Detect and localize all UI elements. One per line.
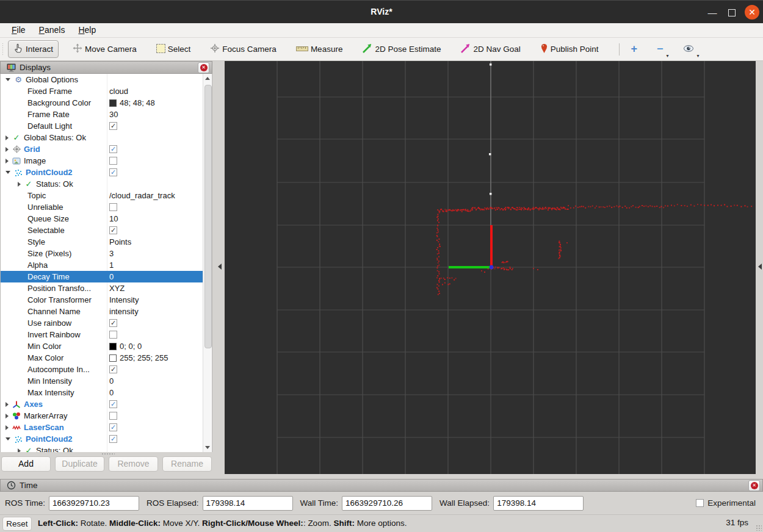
property-value[interactable]: /cloud_radar_track bbox=[109, 191, 175, 200]
reset-button[interactable]: Reset bbox=[2, 517, 32, 531]
collapse-arrow-icon[interactable] bbox=[5, 437, 10, 440]
displays-scrollbar[interactable] bbox=[203, 74, 211, 452]
duplicate-button[interactable]: Duplicate bbox=[55, 456, 104, 472]
tree-resize-grip[interactable] bbox=[101, 453, 115, 455]
checkbox[interactable]: ✓ bbox=[109, 122, 117, 130]
checkbox[interactable] bbox=[109, 412, 117, 420]
checkbox[interactable]: ✓ bbox=[109, 365, 117, 373]
dropdown-caret-icon[interactable]: ▾ bbox=[697, 53, 700, 59]
tree-row[interactable]: Queue Size10 bbox=[1, 213, 203, 225]
tree-row[interactable]: Frame Rate30 bbox=[1, 109, 203, 120]
tool-publish-point[interactable]: Publish Point bbox=[535, 40, 604, 59]
tree-row[interactable]: Background Color48; 48; 48 bbox=[1, 97, 203, 109]
property-value[interactable]: Intensity bbox=[109, 295, 139, 304]
tree-row[interactable]: Size (Pixels)3 bbox=[1, 248, 203, 259]
splitter-left-arrow[interactable] bbox=[218, 264, 222, 270]
scroll-up-button[interactable] bbox=[204, 74, 211, 82]
color-swatch[interactable] bbox=[109, 354, 117, 362]
expand-arrow-icon[interactable] bbox=[18, 448, 21, 453]
scroll-down-button[interactable] bbox=[204, 444, 211, 451]
tool-add-tool[interactable]: + bbox=[626, 41, 643, 57]
displays-close-button[interactable]: ✕ bbox=[198, 62, 209, 73]
color-swatch[interactable] bbox=[109, 99, 117, 107]
collapse-arrow-icon[interactable] bbox=[5, 78, 10, 81]
checkbox[interactable]: ✓ bbox=[109, 423, 117, 431]
maximize-button[interactable] bbox=[725, 6, 739, 20]
3d-viewport[interactable] bbox=[225, 61, 756, 474]
dropdown-caret-icon[interactable]: ▾ bbox=[667, 53, 669, 59]
checkbox[interactable]: ✓ bbox=[109, 400, 117, 408]
tree-row[interactable]: Grid✓ bbox=[1, 143, 203, 155]
minimize-button[interactable]: ― bbox=[706, 6, 719, 20]
checkbox[interactable] bbox=[109, 331, 117, 339]
tree-row[interactable]: Invert Rainbow bbox=[1, 329, 203, 340]
tree-row[interactable]: LaserScan✓ bbox=[1, 422, 203, 433]
tree-row[interactable]: Decay Time0 bbox=[1, 271, 203, 282]
tree-row[interactable]: PointCloud2✓ bbox=[1, 433, 203, 445]
tool-measure[interactable]: Measure bbox=[291, 41, 349, 57]
time-close-button[interactable]: ✕ bbox=[748, 480, 760, 491]
checkbox[interactable]: ✓ bbox=[109, 319, 117, 327]
property-value[interactable]: 0 bbox=[109, 388, 114, 397]
tree-row[interactable]: Min Intensity0 bbox=[1, 375, 203, 387]
tool-2d-pose-estimate[interactable]: 2D Pose Estimate bbox=[356, 40, 446, 59]
color-swatch[interactable] bbox=[109, 343, 117, 350]
toolbar-drag-handle[interactable] bbox=[2, 43, 4, 56]
ros-elapsed-input[interactable] bbox=[203, 496, 293, 511]
add-button[interactable]: Add bbox=[1, 456, 51, 472]
wall-elapsed-input[interactable] bbox=[493, 496, 584, 511]
tool-views[interactable]: ▾ bbox=[678, 41, 700, 57]
expand-arrow-icon[interactable] bbox=[18, 182, 21, 187]
tree-row[interactable]: StylePoints bbox=[1, 236, 203, 248]
tree-row[interactable]: Max Intensity0 bbox=[1, 387, 203, 398]
tree-row[interactable]: PointCloud2✓ bbox=[1, 167, 203, 178]
splitter-right-arrow[interactable] bbox=[758, 264, 762, 270]
tree-row[interactable]: Topic/cloud_radar_track bbox=[1, 190, 203, 201]
checkbox[interactable] bbox=[109, 157, 117, 165]
tree-row[interactable]: ✓Status: Ok bbox=[1, 178, 203, 190]
expand-arrow-icon[interactable] bbox=[5, 402, 9, 407]
tree-row[interactable]: Unreliable bbox=[1, 201, 203, 213]
property-value[interactable]: intensity bbox=[109, 307, 139, 316]
tree-row[interactable]: ✓Global Status: Ok bbox=[1, 132, 203, 143]
checkbox[interactable]: ✓ bbox=[109, 226, 117, 234]
property-value[interactable]: 0; 0; 0 bbox=[120, 342, 142, 351]
tree-row[interactable]: Autocompute In...✓ bbox=[1, 364, 203, 375]
expand-arrow-icon[interactable] bbox=[5, 135, 9, 140]
checkbox[interactable]: ✓ bbox=[109, 435, 117, 443]
menu-file[interactable]: File bbox=[6, 23, 31, 37]
tree-row[interactable]: Alpha1 bbox=[1, 259, 203, 271]
expand-arrow-icon[interactable] bbox=[5, 159, 9, 164]
tool-interact[interactable]: Interact bbox=[8, 40, 59, 58]
window-resize-grip[interactable] bbox=[756, 525, 762, 531]
scrollbar-thumb[interactable] bbox=[204, 85, 212, 348]
tool-select[interactable]: Select bbox=[151, 41, 197, 58]
tool-2d-nav-goal[interactable]: 2D Nav Goal bbox=[455, 40, 526, 59]
property-value[interactable]: XYZ bbox=[109, 284, 125, 293]
collapse-arrow-icon[interactable] bbox=[5, 171, 10, 174]
tree-row[interactable]: Position Transfo...XYZ bbox=[1, 282, 203, 294]
expand-arrow-icon[interactable] bbox=[5, 425, 9, 430]
tree-row[interactable]: Fixed Framecloud bbox=[1, 85, 203, 97]
tree-row[interactable]: Default Light✓ bbox=[1, 120, 203, 132]
property-value[interactable]: 1 bbox=[109, 261, 114, 270]
tree-row[interactable]: MarkerArray bbox=[1, 410, 203, 422]
property-value[interactable]: 30 bbox=[109, 110, 118, 119]
menu-help[interactable]: Help bbox=[73, 23, 101, 37]
tree-row[interactable]: Min Color0; 0; 0 bbox=[1, 340, 203, 352]
expand-arrow-icon[interactable] bbox=[5, 414, 9, 419]
rename-button[interactable]: Rename bbox=[162, 456, 212, 472]
property-value[interactable]: 48; 48; 48 bbox=[120, 98, 155, 107]
checkbox[interactable] bbox=[109, 203, 117, 211]
experimental-checkbox[interactable] bbox=[696, 499, 704, 507]
expand-arrow-icon[interactable] bbox=[5, 147, 9, 152]
tool-focus-camera[interactable]: Focus Camera bbox=[204, 40, 282, 58]
tree-row[interactable]: Color TransformerIntensity bbox=[1, 294, 203, 306]
menu-panels[interactable]: Panels bbox=[34, 23, 71, 37]
property-value[interactable]: cloud bbox=[109, 87, 128, 96]
property-value[interactable]: 10 bbox=[109, 214, 118, 223]
tool-remove-tool[interactable]: −▾ bbox=[651, 41, 669, 57]
tree-row[interactable]: Use rainbow✓ bbox=[1, 317, 203, 329]
tree-row[interactable]: Image bbox=[1, 155, 203, 167]
checkbox[interactable]: ✓ bbox=[109, 145, 117, 153]
